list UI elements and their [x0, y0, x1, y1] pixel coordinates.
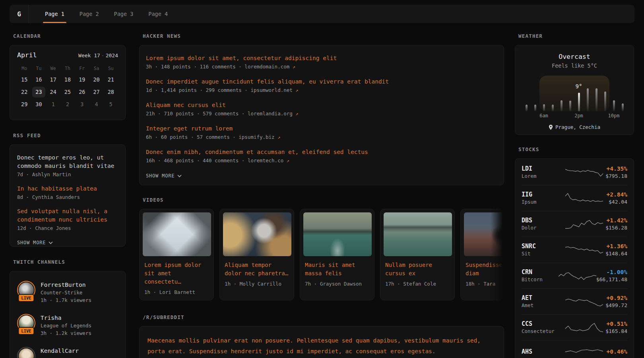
calendar-day[interactable]: 22	[18, 87, 31, 97]
calendar-day[interactable]: 24	[47, 87, 60, 97]
page-tab[interactable]: Page 4	[141, 5, 175, 23]
stock-sparkline	[565, 192, 603, 204]
weather-location: Prague, Czechia	[555, 124, 600, 130]
calendar-day[interactable]: 27	[90, 87, 103, 97]
stock-numbers: +4.35% $795.18	[603, 165, 627, 180]
hn-item: Aliquam nec cursus elit 21h · 710 points…	[146, 101, 497, 118]
rss-item-meta: 8d · Cynthia Saunders	[17, 193, 118, 201]
calendar-day[interactable]: 23	[32, 87, 45, 97]
calendar-day[interactable]: 15	[18, 74, 31, 85]
calendar-day[interactable]: 26	[76, 87, 88, 97]
hackernews-widget: HACKER NEWS Lorem ipsum dolor sit amet, …	[139, 33, 504, 185]
stock-row[interactable]: AHS +0.46%	[522, 340, 627, 358]
calendar-day[interactable]: 21	[105, 74, 117, 85]
calendar-day[interactable]: 20	[90, 74, 103, 85]
calendar-day[interactable]: 30	[32, 99, 45, 110]
rss-item-meta: 7d · Ashlyn Martin	[17, 170, 118, 179]
calendar-grid: Mo Tu We Th Fr Sa Su 15 16	[17, 64, 118, 110]
weather-bar	[596, 88, 597, 111]
twitch-card: LIVE ForrestBurton Counter-Strike 1h · 1…	[10, 271, 126, 358]
calendar-day[interactable]: 17	[47, 74, 60, 85]
weather-location-row[interactable]: Prague, Czechia	[515, 124, 634, 130]
hn-item-domain[interactable]: loremdomain.com ↗	[244, 64, 295, 70]
calendar-day[interactable]: 2	[63, 99, 72, 110]
video-title[interactable]: Suspendisse diam	[466, 261, 504, 278]
calendar-day[interactable]: 19	[76, 74, 88, 85]
stock-name: Lorem	[522, 173, 565, 180]
hn-item-domain[interactable]: loremtech.co ↗	[248, 158, 289, 163]
calendar-day[interactable]: 1	[48, 99, 58, 110]
app-logo-box[interactable]: G	[10, 5, 29, 23]
rss-item: Donec tempor eros leo, ut commodo mauris…	[17, 154, 118, 179]
hn-item-title[interactable]: Lorem ipsum dolor sit amet, consectetur …	[146, 54, 497, 62]
subreddit-section-title: /R/SUBREDDIT	[143, 315, 504, 320]
hn-item-meta: 6h · 60 points · 57 comments · ipsumify.…	[146, 133, 497, 142]
page-tab-label: Page 1	[45, 11, 64, 17]
stock-row[interactable]: CCS Consectetur +0.51% $165.84	[522, 315, 627, 340]
middle-column: HACKER NEWS Lorem ipsum dolor sit amet, …	[139, 33, 504, 358]
stock-identity: CCS Consectetur	[522, 320, 565, 335]
calendar-day[interactable]: 3	[77, 99, 87, 110]
hn-item-domain[interactable]: ipsumworld.net ↗	[250, 87, 298, 93]
hn-item: Donec enim nibh, condimentum et accumsan…	[146, 148, 497, 165]
calendar-day[interactable]: 5	[106, 99, 116, 110]
calendar-day[interactable]: 25	[61, 87, 74, 97]
rss-show-more-button[interactable]: SHOW MORE	[17, 238, 118, 249]
page-tab[interactable]: Page 3	[107, 5, 141, 23]
stock-row[interactable]: AET Amet +0.92% $499.72	[522, 289, 627, 315]
twitch-channel-row[interactable]: LIVE Trisha League of Legends 3h · 1.2k …	[17, 314, 118, 337]
video-title[interactable]: Mauris sit amet massa felis	[305, 261, 369, 278]
rss-item-title[interactable]: In hac habitasse platea	[17, 185, 118, 193]
twitch-channel-row[interactable]: LIVE KendallCarr	[17, 347, 118, 358]
twitch-channel-viewers: 3h · 1.2k viewers	[41, 329, 91, 337]
video-title[interactable]: Aliquam tempor dolor nec pharetra…	[225, 261, 289, 278]
avatar-image	[19, 348, 34, 358]
video-card[interactable]: Aliquam tempor dolor nec pharetra… 1h · …	[219, 209, 294, 300]
weather-bar	[552, 105, 554, 111]
stock-identity: AHS	[522, 348, 565, 356]
stock-row[interactable]: IIG Ipsum +2.84% $42.04	[522, 185, 627, 211]
video-card[interactable]: Nullam posuere cursus ex 17h · Stefan Co…	[380, 209, 455, 300]
chevron-down-icon	[177, 175, 182, 177]
hn-item-title[interactable]: Integer eget rutrum lorem	[146, 125, 497, 133]
chevron-down-icon	[48, 241, 53, 244]
page-tab[interactable]: Page 1	[37, 5, 72, 23]
calendar-day[interactable]: 16	[32, 74, 45, 85]
video-title[interactable]: Nullam posuere cursus ex	[385, 261, 450, 278]
subreddit-item-title[interactable]: Maecenas mollis pulvinar erat non posuer…	[147, 335, 496, 357]
twitch-channel-name: Trisha	[41, 314, 91, 322]
hn-item-title[interactable]: Donec enim nibh, condimentum et accumsan…	[146, 148, 497, 156]
hn-item-title[interactable]: Aliquam nec cursus elit	[146, 101, 497, 109]
app-logo: G	[17, 10, 21, 18]
twitch-channel-row[interactable]: LIVE ForrestBurton Counter-Strike 1h · 1…	[17, 281, 118, 304]
video-card[interactable]: Suspendisse diam 18h · Tara	[460, 209, 504, 300]
calendar-day[interactable]: 4	[91, 99, 101, 110]
video-card[interactable]: Mauris sit amet massa felis 7h · Grayson…	[300, 209, 374, 300]
weather-bar	[604, 91, 606, 111]
calendar-day[interactable]: 18	[61, 74, 74, 85]
weather-axis-label: 6am	[539, 113, 548, 119]
hn-item-title[interactable]: Donec imperdiet augue tincidunt felis al…	[146, 78, 497, 86]
stock-identity: AET Amet	[522, 294, 565, 309]
hn-item-meta: 21h · 710 points · 579 comments · loreml…	[146, 109, 497, 118]
calendar-day-header: Th	[65, 64, 70, 73]
stock-row[interactable]: DBS Dolor +1.42% $156.28	[522, 211, 627, 237]
video-title[interactable]: Lorem ipsum dolor sit amet consectetu…	[144, 261, 209, 286]
rss-item-title[interactable]: Donec tempor eros leo, ut commodo mauris…	[17, 154, 118, 170]
rss-item-title[interactable]: Sed volutpat nulla nisl, a condimentum n…	[17, 207, 118, 224]
page-tab-label: Page 2	[80, 11, 99, 17]
hackernews-show-more-button[interactable]: SHOW MORE	[146, 171, 497, 183]
stock-row[interactable]: SNRC Sit +1.36% $148.64	[522, 237, 627, 263]
stock-row[interactable]: CRN Bitcorn -1.00% $66,171.48	[522, 263, 627, 289]
hn-item-domain[interactable]: loremlandia.org ↗	[248, 111, 299, 117]
calendar-day[interactable]: 29	[18, 99, 31, 110]
page-tab[interactable]: Page 2	[72, 5, 107, 23]
stock-row[interactable]: LDI Lorem +4.35% $795.18	[522, 160, 627, 185]
calendar-day[interactable]: 28	[105, 87, 117, 97]
twitch-avatar: LIVE	[17, 314, 35, 332]
stock-numbers: +2.84% $42.04	[603, 191, 627, 206]
twitch-section-title: TWITCH CHANNELS	[13, 259, 126, 265]
external-link-icon: ↗	[293, 64, 295, 70]
hn-item-domain[interactable]: ipsumify.biz ↗	[239, 134, 280, 140]
video-card[interactable]: Lorem ipsum dolor sit amet consectetu… 1…	[139, 209, 214, 300]
